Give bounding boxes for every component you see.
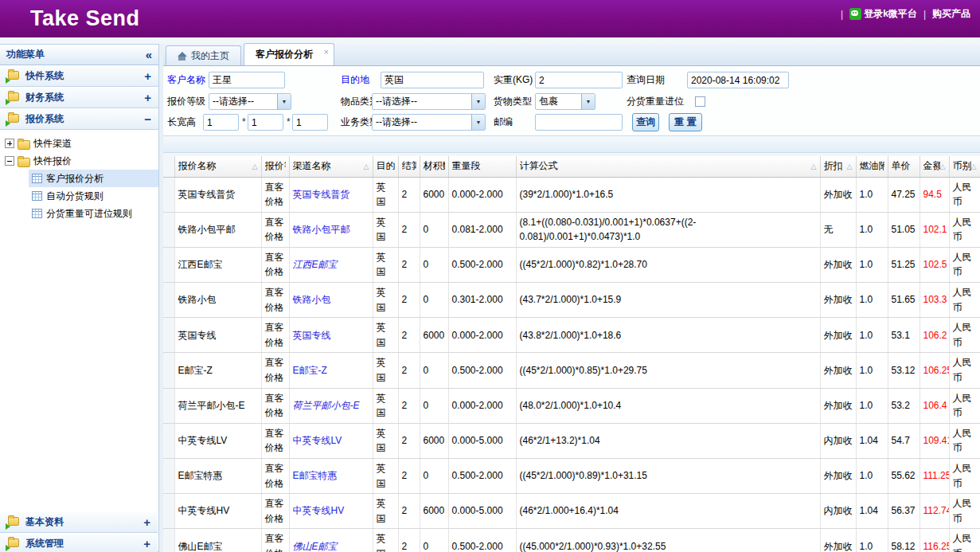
accordion-label: 快件系统 [25,69,64,83]
cargo-type-select[interactable]: 包裹 ▼ [535,93,595,110]
column-header-name[interactable]: 报价名称△ [174,156,261,177]
table-row[interactable]: 中英专线LV直客价格中英专线LV英国260000.000-5.000(46*2/… [163,423,980,458]
reset-button[interactable]: 重 置 [669,113,702,131]
tree-node-express-channel[interactable]: 快件渠道 [5,135,158,152]
query-date-input[interactable] [687,72,789,88]
sidebar-item-system-admin[interactable]: 系统管理 + [0,533,158,552]
table-row[interactable]: 佛山E邮宝直客价格佛山E邮宝英国200.500-2.000((45.000*2/… [163,529,980,552]
sidebar-item-finance-system[interactable]: 财务系统 + [0,87,158,108]
customer-name-input[interactable] [209,72,285,88]
column-header-formula[interactable]: 计算公式△ [516,156,820,177]
length-input[interactable] [203,114,239,131]
channel-link[interactable]: 中英专线LV [293,435,342,446]
buy-product-link[interactable]: 购买产品 [932,7,970,21]
destination-input[interactable] [381,72,484,88]
accordion-label: 财务系统 [25,91,64,104]
width-input[interactable] [248,114,283,131]
row-pad-cell [163,388,174,423]
channel-link[interactable]: 佛山E邮宝 [293,541,338,552]
channel-link[interactable]: 江西E邮宝 [293,259,338,270]
cell-discount: 外加收 [820,388,856,423]
cell-fuel: 1.0 [856,459,888,494]
cell-name: E邮宝特惠 [174,459,261,494]
chevron-down-icon: ▼ [471,94,485,109]
close-icon[interactable]: × [324,47,329,57]
business-type-select[interactable]: --请选择-- ▼ [372,114,486,131]
table-row[interactable]: E邮宝特惠直客价格E邮宝特惠英国200.500-2.000((45*2/1.00… [163,459,980,494]
channel-link[interactable]: 英国专线 [293,330,331,341]
tab-customer-quote-analysis[interactable]: 客户报价分析 × [244,43,334,65]
sort-asc-icon[interactable]: △ [847,162,853,170]
cell-fuel: 1.0 [856,388,888,423]
cell-unit: 51.65 [888,283,919,318]
tree-leaf-split-weight-round-rule[interactable]: 分货重量可进位规则 [29,205,158,222]
item-category-select[interactable]: --请选择-- ▼ [372,93,486,110]
sort-asc-icon[interactable]: △ [940,162,946,170]
split-weight-round-checkbox[interactable] [695,96,705,107]
zip-code-input[interactable] [535,114,623,131]
channel-link[interactable]: 荷兰平邮小包-E [293,400,360,411]
table-row[interactable]: 铁路小包平邮直客价格铁路小包平邮英国200.081-2.000(8.1+((0.… [163,212,980,247]
table-row[interactable]: 江西E邮宝直客价格江西E邮宝英国200.500-2.000((45*2/1.00… [163,247,980,282]
channel-link[interactable]: 铁路小包平邮 [293,224,350,235]
expand-plus-icon[interactable]: + [143,516,150,528]
channel-link[interactable]: 中英专线HV [293,505,345,516]
sort-asc-icon[interactable]: △ [811,162,817,170]
expand-plus-icon[interactable]: + [143,538,150,550]
sidebar-item-basic-data[interactable]: 基本资料 + [0,511,158,533]
actual-weight-input[interactable] [535,72,623,88]
sort-asc-icon[interactable]: △ [971,162,977,170]
collapse-minus-icon[interactable]: − [144,113,151,125]
channel-link[interactable]: 英国专线普货 [293,189,350,200]
table-row[interactable]: 中英专线HV直客价格中英专线HV英国260000.000-5.000(46*2/… [163,494,980,529]
column-header-amount[interactable]: 金额△ [919,156,949,177]
column-header-label: 目的地 [377,159,395,173]
tree-leaf-auto-split-rule[interactable]: 自动分货规则 [29,187,158,205]
column-header-label: 燃油附加费 [860,159,884,173]
cell-level: 直客价格 [261,283,289,318]
tree-expand-icon[interactable] [5,139,14,148]
row-pad-cell [163,212,174,247]
expand-plus-icon[interactable]: + [144,92,151,104]
sidebar-collapse-icon[interactable]: « [146,48,152,61]
table-row[interactable]: 铁路小包直客价格铁路小包英国200.301-2.000(43.7*2/1.000… [163,283,980,318]
sidebar-item-quote-system[interactable]: 报价系统 − [0,108,158,130]
cell-dest: 英国 [373,353,398,388]
column-header-label: 重量段 [452,159,513,173]
sort-asc-icon[interactable]: △ [364,162,369,170]
column-header-channel[interactable]: 渠道名称△ [289,156,373,177]
folder-arrow-icon [7,538,21,550]
table-row[interactable]: E邮宝-Z直客价格E邮宝-Z英国200.500-2.000((45*2/1.00… [163,353,980,388]
table-row[interactable]: 荷兰平邮小包-E直客价格荷兰平邮小包-E英国200.000-2.000(48.0… [163,388,980,423]
sort-asc-icon[interactable]: △ [252,162,258,170]
cell-channel: 中英专线HV [289,494,373,529]
cell-weight: 0.500-2.000 [448,247,516,282]
cell-fuel: 1.04 [856,423,888,458]
cell-amount: 102.1 [919,212,949,247]
quote-level-select[interactable]: --请选择-- ▼ [209,93,291,110]
separator: | [923,9,926,20]
column-header-label: 单价 [892,159,916,173]
channel-link[interactable]: 铁路小包 [293,294,331,305]
cell-fuel: 1.0 [856,529,888,552]
tree-collapse-icon[interactable] [5,156,14,166]
cell-level: 直客价格 [261,423,289,458]
tree-leaf-customer-quote-analysis[interactable]: 客户报价分析 [29,170,158,187]
table-row[interactable]: 英国专线普货直客价格英国专线普货英国260000.000-2.000(39*2/… [163,177,980,212]
channel-link[interactable]: E邮宝特惠 [293,470,338,481]
channel-link[interactable]: E邮宝-Z [293,365,327,376]
tab-my-homepage[interactable]: 我的主页 [166,45,241,65]
search-button[interactable]: 查询 [632,113,659,131]
cell-discount: 内加收 [820,423,856,458]
height-input[interactable] [292,114,328,131]
column-header-currency[interactable]: 币别△ [949,156,980,177]
sidebar-item-express-system[interactable]: 快件系统 + [0,65,158,87]
login-wechat-link[interactable]: 登录k微平台 [849,7,917,21]
cell-volume: 6000 [420,177,448,212]
column-header-discount[interactable]: 折扣△ [820,156,856,177]
expand-plus-icon[interactable]: + [144,70,151,82]
cell-settle: 2 [398,423,420,458]
tree-node-express-quote[interactable]: 快件报价 [5,152,158,170]
table-row[interactable]: 英国专线直客价格英国专线英国260000.000-2.000(43.8*2/1.… [163,318,980,353]
cell-unit: 55.62 [888,459,919,494]
